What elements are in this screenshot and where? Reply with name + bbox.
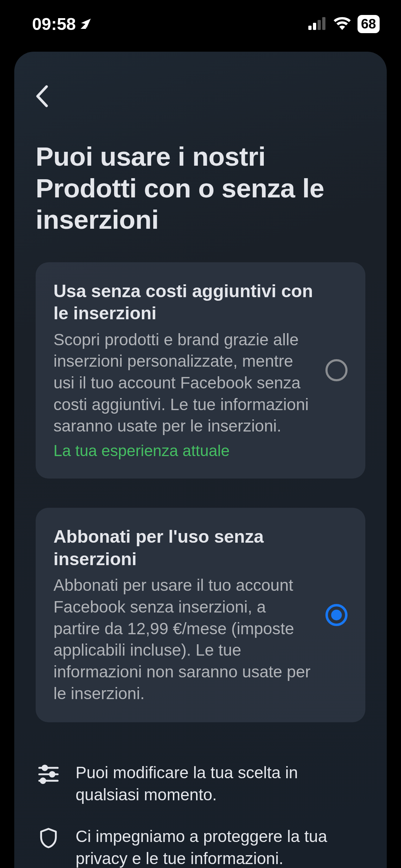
svg-rect-1 [313, 23, 316, 30]
option-badge: La tua esperienza attuale [53, 440, 313, 461]
info-text: Ci impegniamo a proteggere la tua privac… [76, 825, 364, 868]
cellular-icon [308, 14, 327, 34]
radio-unselected[interactable] [325, 359, 348, 381]
svg-rect-3 [322, 17, 325, 30]
back-button[interactable] [36, 86, 57, 107]
battery-indicator: 68 [358, 15, 380, 33]
svg-rect-2 [318, 20, 321, 30]
svg-point-9 [41, 778, 45, 783]
option-text: Usa senza costi aggiuntivi con le inserz… [53, 280, 313, 461]
option-card-free-with-ads[interactable]: Usa senza costi aggiuntivi con le inserz… [36, 262, 365, 479]
battery-level: 68 [361, 16, 376, 32]
status-right: 68 [308, 14, 380, 34]
location-icon [79, 14, 92, 34]
option-card-subscribe-no-ads[interactable]: Abbonati per l'uso senza inserzioni Abbo… [36, 508, 365, 722]
status-bar: 09:58 68 [0, 0, 401, 41]
shield-icon [37, 827, 60, 849]
modal-sheet: Puoi usare i nostri Prodotti con o senza… [14, 52, 387, 868]
wifi-icon [333, 14, 351, 34]
option-title: Abbonati per l'uso senza inserzioni [53, 526, 313, 570]
option-text: Abbonati per l'uso senza inserzioni Abbo… [53, 526, 313, 704]
page-title: Puoi usare i nostri Prodotti con o senza… [36, 141, 365, 236]
info-row-modify: Puoi modificare la tua scelta in qualsia… [36, 761, 365, 806]
info-text: Puoi modificare la tua scelta in qualsia… [76, 761, 364, 806]
status-left: 09:58 [32, 14, 92, 34]
svg-point-7 [50, 772, 55, 776]
info-row-privacy: Ci impegniamo a proteggere la tua privac… [36, 825, 365, 868]
option-desc: Abbonati per usare il tuo account Facebo… [53, 574, 313, 704]
svg-rect-0 [308, 26, 312, 30]
chevron-left-icon [36, 85, 48, 107]
option-desc: Scopri prodotti e brand grazie alle inse… [53, 329, 313, 437]
svg-point-5 [42, 765, 47, 770]
radio-selected[interactable] [325, 604, 348, 626]
option-title: Usa senza costi aggiuntivi con le inserz… [53, 280, 313, 325]
status-time: 09:58 [32, 14, 76, 34]
sliders-icon [37, 763, 60, 785]
